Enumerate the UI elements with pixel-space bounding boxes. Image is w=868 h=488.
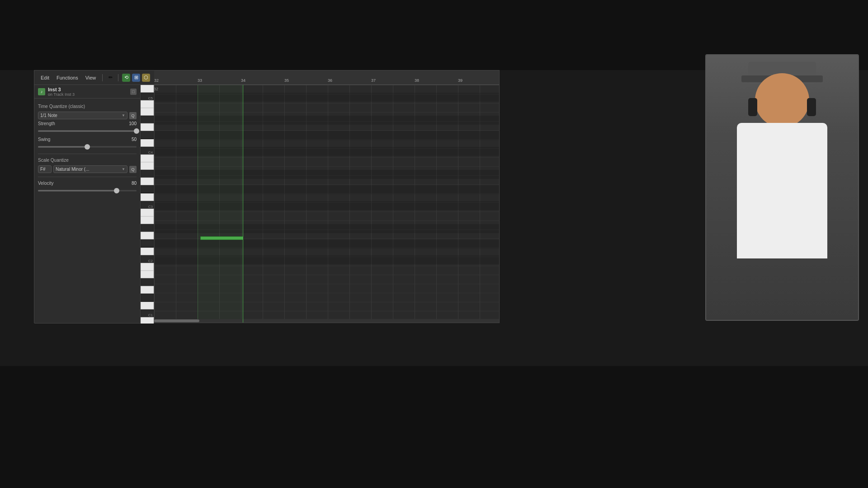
track-header-panel: ♪ Inst 3 on Track Inst 3 □ Time Quantize… <box>34 85 141 324</box>
c1-label: C1 <box>148 314 153 317</box>
divider-2 <box>38 177 137 177</box>
piano-visual <box>141 85 154 324</box>
c4-label: C4 <box>148 151 153 155</box>
quantize-q-button[interactable]: Q <box>129 112 137 119</box>
ruler-marker-36: 36 <box>328 78 332 83</box>
velocity-label: Velocity <box>38 181 53 186</box>
swing-fill <box>38 146 87 148</box>
strength-row: Strength 100 <box>38 121 137 126</box>
pencil-icon[interactable]: ✏ <box>106 74 114 82</box>
bottom-overlay <box>0 366 868 488</box>
piano-keys: C5 C4 C3 C2 C1 <box>141 85 154 323</box>
scale-label: Natural Minor (... <box>56 167 89 172</box>
scale-q-button[interactable]: Q <box>129 166 137 173</box>
strength-thumb[interactable] <box>134 128 139 134</box>
toolbar-separator-2 <box>118 74 118 81</box>
track-sub-name: on Track Inst 3 <box>48 92 75 97</box>
ruler-marker-38: 38 <box>415 78 419 83</box>
note-value-label: 1/1 Note <box>40 113 57 118</box>
divider-1 <box>38 154 137 154</box>
headphone-left <box>748 98 757 116</box>
swing-thumb[interactable] <box>85 144 90 150</box>
velocity-fill <box>38 190 117 192</box>
velocity-row: Velocity 80 <box>38 181 137 186</box>
scale-dropdown[interactable]: Natural Minor (... ▼ <box>53 165 127 173</box>
controls-panel: Time Quantize (classic) 1/1 Note ▼ Q Str… <box>34 99 140 200</box>
scrollbar-thumb[interactable] <box>154 319 199 322</box>
swing-value: 50 <box>132 137 137 142</box>
midi-note-e3[interactable] <box>200 236 243 240</box>
timeline-ruler: 32 33 34 35 36 37 38 39 <box>154 70 499 85</box>
strength-label: Strength <box>38 121 55 126</box>
note-value-dropdown[interactable]: 1/1 Note ▼ <box>38 112 127 119</box>
person-head <box>755 73 809 127</box>
swing-label: Swing <box>38 137 50 142</box>
swing-row: Swing 50 <box>38 137 137 142</box>
dropdown-arrow-1: ▼ <box>122 113 125 117</box>
loop-icon[interactable]: ⟲ <box>122 74 130 82</box>
c3-label: C3 <box>148 205 153 209</box>
scale-quantize-label: Scale Quantize <box>38 158 137 163</box>
playhead-column-highlight <box>198 85 243 323</box>
dropdown-arrow-2: ▼ <box>122 167 125 171</box>
ruler-marker-34: 34 <box>241 78 245 83</box>
ruler-marker-39: 39 <box>458 78 462 83</box>
c2-label: C2 <box>148 259 153 263</box>
functions-menu-button[interactable]: Functions <box>54 74 81 81</box>
ruler-marker-37: 37 <box>371 78 376 83</box>
key-label: F# <box>40 167 46 172</box>
velocity-thumb[interactable] <box>114 188 119 193</box>
toolbar-separator-1 <box>102 74 103 81</box>
track-name: Inst 3 <box>48 87 75 92</box>
horizontal-scrollbar[interactable] <box>154 319 499 323</box>
track-name-group: Inst 3 on Track Inst 3 <box>48 87 75 97</box>
view-menu-button[interactable]: View <box>83 74 99 81</box>
ruler-marker-35: 35 <box>284 78 289 83</box>
strength-slider[interactable] <box>38 128 137 134</box>
track-collapse-button[interactable]: □ <box>130 89 137 95</box>
webcam-person <box>706 55 858 320</box>
piano-roll-editor: Edit Functions View ✏ ⟲ ⊞ ⬡ ◈ ↖ ⊕ ⚙ ♪ In… <box>34 70 500 323</box>
webcam-overlay <box>705 54 859 321</box>
swing-slider[interactable] <box>38 144 137 150</box>
key-dropdown[interactable]: F# <box>38 165 52 173</box>
note-value-row: 1/1 Note ▼ Q <box>38 112 137 119</box>
playhead-line <box>243 85 243 323</box>
scale-row: F# Natural Minor (... ▼ Q <box>38 165 137 173</box>
track-icon: ♪ <box>38 88 45 95</box>
quantize-section-label: Time Quantize (classic) <box>38 104 137 109</box>
snap-icon[interactable]: ⊞ <box>132 74 140 82</box>
person-body <box>737 123 827 258</box>
svg-rect-7 <box>141 85 154 324</box>
ruler-marker-33: 33 <box>198 78 202 83</box>
edit-menu-button[interactable]: Edit <box>38 74 52 81</box>
c5-label: C5 <box>148 97 153 100</box>
ruler-marker-32: 32 <box>154 78 159 83</box>
velocity-track <box>38 190 137 192</box>
strength-fill <box>38 131 137 132</box>
velocity-slider[interactable] <box>38 188 137 194</box>
grid-area[interactable] <box>154 85 499 323</box>
velocity-value: 80 <box>132 181 137 186</box>
track-info-row: ♪ Inst 3 on Track Inst 3 □ <box>34 85 140 99</box>
left-ruler-number: 32 <box>154 87 158 91</box>
headphone-right <box>807 98 816 116</box>
strength-value: 100 <box>129 121 137 126</box>
tools-icon[interactable]: ⬡ <box>142 74 150 82</box>
strength-track <box>38 131 137 132</box>
